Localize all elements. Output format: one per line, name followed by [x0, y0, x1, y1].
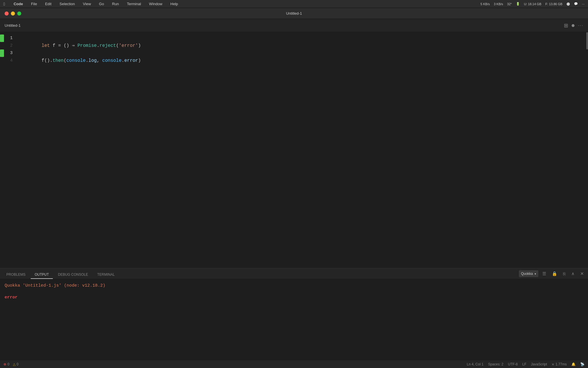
more-actions-icon[interactable]: ··· — [578, 23, 583, 28]
unsaved-indicator — [572, 24, 575, 27]
token-promise: Promise — [78, 43, 97, 48]
temperature: 32° — [507, 2, 512, 6]
error-count-label: 0 — [7, 362, 9, 366]
editor-actions: ⊞ ··· — [564, 22, 583, 29]
indentation[interactable]: Spaces: 2 — [488, 362, 503, 366]
output-quokka-header: Quokka 'Untitled-1.js' (node: v12.18.2) — [5, 283, 581, 288]
perf-indicator: ⨯ 1.77ms — [552, 362, 567, 366]
output-source-dropdown[interactable]: Quokka ▾ — [519, 270, 538, 277]
editor-area: 1 let f = () ⇒ Promise.reject('error') 2… — [0, 32, 588, 268]
token-let: let — [42, 43, 50, 48]
editor-scrollbar[interactable] — [585, 32, 588, 268]
line-number-2: 2 — [0, 42, 17, 49]
menu-edit[interactable]: Edit — [43, 1, 53, 7]
language-mode[interactable]: JavaScript — [531, 362, 547, 366]
title-bar: Untitled-1 — [0, 8, 588, 19]
broadcast-icon[interactable]: 📡 — [580, 362, 585, 366]
menu-left:  — [3, 1, 5, 6]
code-editor[interactable]: 1 let f = () ⇒ Promise.reject('error') 2… — [0, 32, 585, 268]
traffic-lights — [5, 12, 21, 16]
status-bar: ⊗ 0 △ 0 Ln 4, Col 1 Spaces: 2 UTF-8 LF J… — [0, 360, 588, 368]
status-left: ⊗ 0 △ 0 — [3, 362, 18, 366]
panel-scrollbar[interactable] — [585, 279, 588, 360]
apple-icon[interactable]:  — [3, 1, 5, 6]
token-string: 'error' — [119, 43, 138, 48]
dropdown-label: Quokka — [521, 272, 533, 276]
warning-count-label: 0 — [17, 362, 19, 366]
collapse-panel-icon[interactable]: ∧ — [570, 271, 576, 277]
warning-icon: △ — [13, 362, 16, 366]
wifi-icon[interactable]: ⬤ — [566, 2, 570, 6]
window-title: Untitled-1 — [286, 11, 302, 16]
encoding[interactable]: UTF-8 — [508, 362, 518, 366]
cursor-position[interactable]: Ln 4, Col 1 — [467, 362, 483, 366]
chat-icon[interactable]: 💬 — [574, 2, 578, 6]
editor-scrollbar-thumb[interactable] — [586, 32, 588, 49]
gutter-marker-3 — [0, 49, 4, 57]
gutter-marker-1 — [0, 34, 4, 42]
token-reject: reject — [100, 43, 116, 48]
menu-bar:  Code File Edit Selection View Go Run T… — [0, 0, 588, 8]
token-close-paren1: ) — [138, 43, 141, 48]
disk-usage-u: U: 18.14 GB — [524, 2, 541, 6]
line-number-1: 1 — [0, 34, 17, 42]
panel-tab-bar: PROBLEMS OUTPUT DEBUG CONSOLE TERMINAL Q… — [0, 268, 588, 279]
token-dot1: . — [97, 43, 100, 48]
output-error-text: error — [5, 295, 581, 300]
error-count[interactable]: ⊗ 0 △ 0 — [3, 362, 18, 366]
network-up: 5 KB/s — [481, 2, 490, 6]
lock-icon[interactable]: 🔒 — [550, 271, 559, 277]
menu-terminal[interactable]: Terminal — [125, 1, 143, 7]
split-editor-icon[interactable]: ⊞ — [564, 22, 568, 29]
token-console2: console — [102, 58, 121, 63]
menu-code[interactable]: Code — [12, 1, 25, 7]
tab-output[interactable]: OUTPUT — [31, 271, 53, 279]
token-close-paren2: ) — [138, 58, 141, 63]
token-open-paren2: ( — [64, 58, 67, 63]
more-menu-icon[interactable]: ··· — [582, 2, 585, 6]
maximize-button[interactable] — [17, 12, 21, 16]
minimize-button[interactable] — [11, 12, 15, 16]
menu-go[interactable]: Go — [97, 1, 106, 7]
status-right: Ln 4, Col 1 Spaces: 2 UTF-8 LF JavaScrip… — [467, 362, 585, 366]
code-line-3: 3 f().then(console.log, console.error) — [0, 49, 585, 57]
panel: PROBLEMS OUTPUT DEBUG CONSOLE TERMINAL Q… — [0, 268, 588, 360]
token-f: f — [42, 58, 45, 63]
token-log: log — [88, 58, 97, 63]
panel-actions: Quokka ▾ ☰ 🔒 ⎘ ∧ ✕ — [519, 270, 586, 279]
menu-run[interactable]: Run — [110, 1, 121, 7]
line-code-3: f().then(console.log, console.error) — [17, 49, 585, 72]
menu-selection[interactable]: Selection — [58, 1, 76, 7]
editor-tab-bar: Untitled-1 ⊞ ··· — [0, 19, 588, 32]
list-filter-icon[interactable]: ☰ — [541, 271, 548, 277]
menu-view[interactable]: View — [81, 1, 93, 7]
tab-problems[interactable]: PROBLEMS — [2, 271, 30, 279]
line-number-4: 4 — [0, 57, 17, 64]
token-arrow: ⇒ — [72, 43, 75, 48]
token-dot4: . — [121, 58, 124, 63]
menu-right: 5 KB/s 3 KB/s 32° 🔋 U: 18.14 GB F: 13.86… — [481, 2, 585, 6]
editor-tab[interactable]: Untitled-1 — [2, 23, 23, 28]
notifications-icon[interactable]: 🔔 — [571, 362, 576, 366]
token-dot2: . — [50, 58, 53, 63]
tab-terminal[interactable]: TERMINAL — [93, 271, 119, 279]
eol-sequence[interactable]: LF — [522, 362, 526, 366]
menu-help[interactable]: Help — [169, 1, 180, 7]
close-panel-icon[interactable]: ✕ — [579, 271, 586, 277]
tab-debug-console[interactable]: DEBUG CONSOLE — [54, 271, 92, 279]
menu-file[interactable]: File — [29, 1, 39, 7]
token-then: then — [53, 58, 63, 63]
line-number-3: 3 — [0, 49, 17, 57]
close-button[interactable] — [5, 12, 9, 16]
token-error-method: error — [124, 58, 138, 63]
menu-window[interactable]: Window — [147, 1, 164, 7]
battery-icon: 🔋 — [516, 2, 520, 6]
network-down: 3 KB/s — [494, 2, 503, 6]
panel-content: Quokka 'Untitled-1.js' (node: v12.18.2) … — [0, 279, 585, 360]
copy-icon[interactable]: ⎘ — [561, 271, 567, 277]
token-open-paren1: ( — [116, 43, 119, 48]
system-status: 5 KB/s 3 KB/s 32° 🔋 U: 18.14 GB F: 13.86… — [481, 2, 585, 6]
code-line-1: 1 let f = () ⇒ Promise.reject('error') — [0, 34, 585, 42]
token-comma: , — [97, 58, 102, 63]
disk-usage-f: F: 13.86 GB — [546, 2, 562, 6]
